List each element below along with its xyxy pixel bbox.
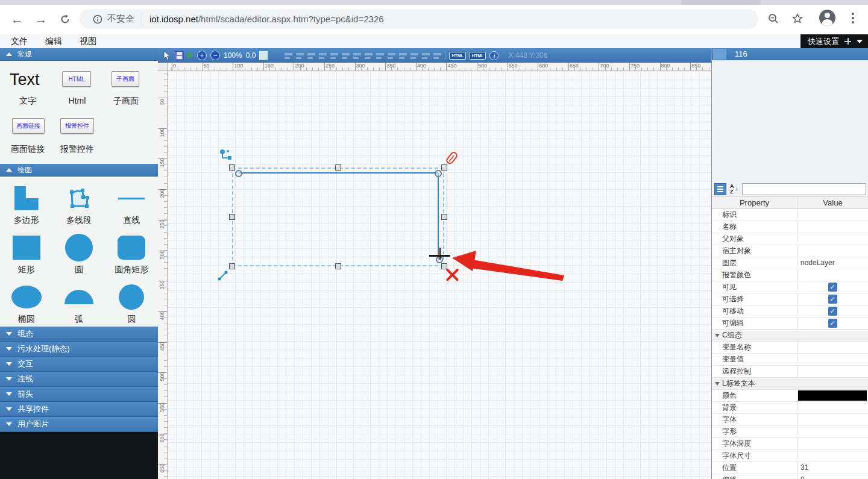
text-tool-preview[interactable]: Text	[10, 70, 40, 89]
property-value[interactable]: nodeLayer	[797, 257, 868, 269]
section-header-绘图[interactable]: 绘图	[0, 164, 158, 177]
property-value[interactable]	[797, 342, 868, 353]
property-row[interactable]: 可见✓	[712, 281, 868, 293]
property-row[interactable]: 位置31	[712, 462, 868, 474]
url-text[interactable]: iot.idosp.net/html/scada/editor.aspx.htm…	[149, 14, 384, 24]
property-value[interactable]	[797, 221, 868, 233]
cursor-tool-icon[interactable]	[163, 51, 171, 60]
checkbox-checked-icon[interactable]: ✓	[828, 295, 837, 304]
property-value[interactable]: ✓	[797, 281, 868, 293]
property-row[interactable]: 可选择✓	[712, 293, 868, 305]
property-row[interactable]: 偏移0	[712, 474, 868, 479]
property-row[interactable]: 变量值	[712, 354, 868, 366]
property-row[interactable]: 变量名称	[712, 342, 868, 354]
checkbox-checked-icon[interactable]: ✓	[828, 319, 837, 328]
shape-tool-圆[interactable]: 圆	[105, 281, 158, 327]
shape-tool-圆[interactable]: 圆	[52, 232, 105, 281]
resize-handle-w[interactable]	[229, 214, 235, 220]
forward-icon[interactable]: →	[33, 11, 49, 28]
resize-handle-n[interactable]	[335, 164, 341, 171]
vertex-handle-start[interactable]	[235, 170, 242, 177]
browser-menu-icon[interactable]	[847, 10, 859, 27]
property-row[interactable]: C组态	[712, 330, 868, 342]
categorized-view-icon[interactable]	[714, 183, 726, 195]
section-header-组态[interactable]: 组态	[0, 327, 158, 342]
address-bar[interactable]: 不安全 iot.idosp.net/html/scada/editor.aspx…	[80, 9, 758, 29]
page-tab[interactable]: 116	[712, 48, 868, 60]
property-value[interactable]	[797, 390, 868, 401]
section-header-箭头[interactable]: 箭头	[0, 387, 158, 402]
group-collapse-icon[interactable]	[712, 378, 722, 389]
profile-avatar[interactable]	[819, 10, 835, 26]
子画面-tool-button[interactable]: 子画面	[112, 71, 139, 87]
chevron-down-icon[interactable]	[857, 40, 863, 43]
zoom-out-page-icon[interactable]	[764, 10, 782, 28]
property-value[interactable]: ✓	[797, 293, 868, 305]
shape-tool-椭圆[interactable]: 椭圆	[0, 281, 52, 327]
property-row[interactable]: 名称	[712, 221, 868, 233]
property-row[interactable]: 远程控制	[712, 366, 868, 378]
property-row[interactable]: 颜色	[712, 390, 868, 402]
quick-settings[interactable]: 快速设置	[800, 34, 868, 48]
property-value[interactable]: ✓	[797, 318, 868, 329]
shape-tool-多边形[interactable]: 多边形	[0, 183, 52, 232]
menu-edit[interactable]: 编辑	[42, 34, 66, 48]
zoom-out-icon[interactable]: −	[210, 51, 220, 60]
section-header-用户图片[interactable]: 用户图片	[0, 417, 158, 432]
shape-tool-弧[interactable]: 弧	[52, 281, 105, 327]
resize-handle-s[interactable]	[335, 263, 341, 269]
property-value[interactable]: ✓	[797, 305, 868, 317]
property-value[interactable]	[797, 209, 868, 221]
menu-view[interactable]: 视图	[76, 34, 100, 48]
property-row[interactable]: L标签文本	[712, 378, 868, 390]
info-circle-icon[interactable]: i	[489, 51, 498, 60]
property-row[interactable]: 背景	[712, 402, 868, 414]
menu-file[interactable]: 文件	[7, 34, 31, 48]
section-header-污水处理(静态)[interactable]: 污水处理(静态)	[0, 342, 158, 357]
property-row[interactable]: 字体深度	[712, 438, 868, 450]
property-value[interactable]	[797, 414, 868, 425]
color-swatch[interactable]	[798, 390, 867, 401]
property-value[interactable]	[797, 354, 868, 365]
zoom-in-icon[interactable]: +	[197, 51, 207, 60]
property-value[interactable]	[797, 402, 868, 413]
section-header-交互[interactable]: 交互	[0, 357, 158, 372]
section-header-连线[interactable]: 连线	[0, 372, 158, 387]
refresh-icon[interactable]	[57, 11, 74, 28]
design-canvas[interactable]	[168, 71, 711, 479]
section-header-共享控件[interactable]: 共享控件	[0, 402, 158, 417]
property-row[interactable]: 标识	[712, 209, 868, 221]
html-import-icon[interactable]: HTML	[470, 52, 486, 60]
property-filter-input[interactable]	[742, 183, 866, 195]
dock-icon[interactable]	[844, 38, 851, 45]
site-security[interactable]: 不安全	[93, 13, 134, 25]
Html-tool-button[interactable]: HTML	[62, 71, 91, 87]
html-export-icon[interactable]: HTML	[449, 52, 465, 60]
property-value[interactable]	[797, 269, 868, 281]
property-row[interactable]: 父对象	[712, 233, 868, 245]
property-value[interactable]	[797, 426, 868, 437]
checkbox-checked-icon[interactable]: ✓	[828, 307, 837, 316]
run-icon[interactable]	[187, 52, 193, 59]
property-row[interactable]: 字体尺寸	[712, 450, 868, 462]
bookmark-star-icon[interactable]	[788, 10, 807, 28]
resize-handle-nw[interactable]	[229, 164, 235, 171]
画面链接-tool-button[interactable]: 画面链接	[12, 118, 45, 134]
property-value[interactable]	[797, 438, 868, 449]
checkbox-checked-icon[interactable]: ✓	[828, 283, 837, 292]
property-value[interactable]	[797, 450, 868, 462]
shape-tool-圆角矩形[interactable]: 圆角矩形	[105, 232, 158, 281]
sort-alphabetical-icon[interactable]: AZ↓	[728, 183, 740, 195]
property-row[interactable]: 宿主对象	[712, 245, 868, 257]
property-value[interactable]: 0	[797, 474, 868, 479]
group-collapse-icon[interactable]	[712, 330, 722, 341]
property-row[interactable]: 字形	[712, 426, 868, 438]
property-row[interactable]: 可编辑✓	[712, 318, 868, 330]
polyline-segment-vertical[interactable]	[438, 174, 439, 253]
property-value[interactable]	[797, 366, 868, 377]
polyline-segment-horizontal[interactable]	[239, 172, 438, 174]
back-icon[interactable]: ←	[8, 11, 25, 28]
property-value[interactable]	[797, 233, 868, 245]
property-row[interactable]: 字体	[712, 414, 868, 426]
property-row[interactable]: 图层nodeLayer	[712, 257, 868, 269]
